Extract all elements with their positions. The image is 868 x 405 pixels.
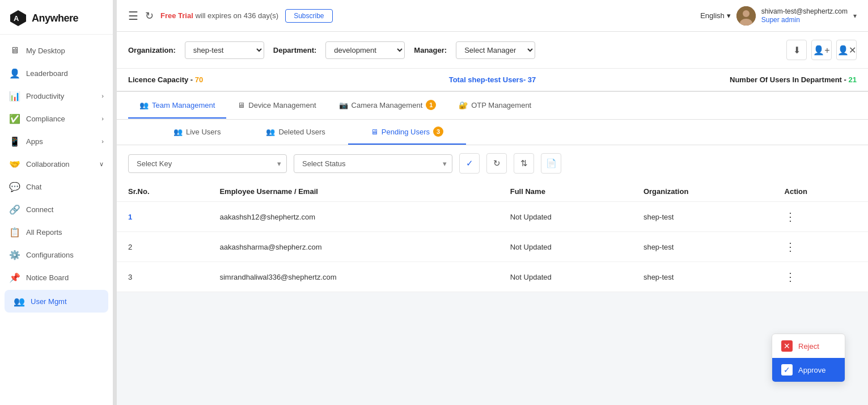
sidebar-item-all-reports[interactable]: 📋 All Reports bbox=[0, 221, 113, 243]
action-menu-button[interactable]: ⋮ bbox=[785, 271, 797, 283]
tab-device-management[interactable]: 🖥 Device Management bbox=[226, 93, 327, 119]
reset-filter-button[interactable]: ↻ bbox=[486, 153, 507, 174]
deleted-users-icon: 👥 bbox=[266, 128, 275, 136]
collaboration-icon: 🤝 bbox=[9, 158, 20, 170]
filter-bar: Organization: shep-test Department: deve… bbox=[117, 32, 868, 69]
logo-area: A Anywhere bbox=[0, 0, 113, 35]
sidebar-item-label: Productivity bbox=[26, 92, 64, 100]
key-select-wrapper: Select Key bbox=[128, 154, 287, 173]
user-dropdown-icon[interactable]: ▾ bbox=[853, 12, 857, 20]
table-row: 3 simrandhaliwal336@shephertz.com Not Up… bbox=[117, 262, 868, 292]
pending-badge: 3 bbox=[433, 126, 443, 137]
hamburger-icon[interactable]: ☰ bbox=[128, 9, 138, 23]
camera-badge: 1 bbox=[426, 100, 436, 110]
key-select[interactable]: Select Key bbox=[128, 154, 287, 173]
department-select[interactable]: development bbox=[325, 41, 405, 59]
sidebar-item-label: Notice Board bbox=[26, 273, 69, 282]
row-email: simrandhaliwal336@shephertz.com bbox=[208, 262, 498, 292]
filter-actions: ⬇ 👤+ 👤✕ bbox=[786, 40, 857, 60]
row-org: shep-test bbox=[632, 232, 773, 262]
team-mgmt-icon: 👥 bbox=[139, 101, 149, 109]
chevron-right-icon: › bbox=[101, 92, 104, 99]
chevron-right-icon: › bbox=[101, 138, 104, 145]
users-table: Sr.No. Employee Username / Email Full Na… bbox=[117, 182, 868, 292]
sidebar-item-notice-board[interactable]: 📌 Notice Board bbox=[0, 266, 113, 289]
avatar bbox=[736, 6, 756, 26]
subscribe-button[interactable]: Subscribe bbox=[285, 9, 332, 23]
sidebar-item-label: User Mgmt bbox=[31, 297, 67, 306]
row-num: 3 bbox=[128, 273, 132, 281]
organization-select[interactable]: shep-test bbox=[185, 41, 264, 59]
sidebar-item-label: All Reports bbox=[26, 228, 62, 237]
action-menu-button[interactable]: ⋮ bbox=[785, 241, 797, 253]
notice-icon: 📌 bbox=[9, 272, 20, 283]
sub-tab-live-users[interactable]: 👥 Live Users bbox=[151, 121, 243, 144]
stats-bar: Licence Capacity - 70 Total shep-test Us… bbox=[117, 69, 868, 92]
language-selector[interactable]: English ▾ bbox=[700, 11, 731, 20]
download-button[interactable]: ⬇ bbox=[786, 40, 807, 60]
sidebar-item-productivity[interactable]: 📊 Productivity › bbox=[0, 85, 113, 107]
approve-label: Approve bbox=[798, 366, 825, 374]
sidebar-item-user-mgmt[interactable]: 👥 User Mgmt bbox=[5, 290, 108, 313]
apply-filter-button[interactable]: ✓ bbox=[459, 153, 480, 174]
action-menu-button[interactable]: ⋮ bbox=[785, 210, 797, 223]
status-select[interactable]: Select Status bbox=[294, 154, 452, 173]
svg-point-3 bbox=[743, 10, 750, 17]
sidebar-nav: 🖥 My Desktop 👤 Leaderboard 📊 Productivit… bbox=[0, 35, 113, 405]
sidebar-item-label: Chat bbox=[26, 183, 41, 191]
refresh-icon[interactable]: ↻ bbox=[145, 10, 154, 22]
sub-tab-deleted-users[interactable]: 👥 Deleted Users bbox=[243, 121, 348, 144]
tab-camera-management[interactable]: 📷 Camera Management 1 bbox=[328, 92, 448, 119]
export-button[interactable]: 📄 bbox=[541, 153, 561, 174]
mgr-label: Manager: bbox=[414, 46, 447, 54]
trial-text: Free Trial will expires on 436 day(s) bbox=[160, 11, 278, 20]
row-org: shep-test bbox=[632, 262, 773, 292]
user-role: Super admin bbox=[761, 16, 848, 24]
device-mgmt-icon: 🖥 bbox=[238, 101, 245, 109]
apps-icon: 📱 bbox=[9, 136, 20, 147]
sidebar-item-collaboration[interactable]: 🤝 Collaboration ∨ bbox=[0, 153, 113, 175]
sidebar-item-my-desktop[interactable]: 🖥 My Desktop bbox=[0, 39, 113, 62]
tab-otp-management[interactable]: 🔐 OTP Management bbox=[447, 93, 543, 119]
leaderboard-icon: 👤 bbox=[9, 68, 20, 79]
sidebar-item-chat[interactable]: 💬 Chat bbox=[0, 175, 113, 198]
main-tabs: 👥 Team Management 🖥 Device Management 📷 … bbox=[117, 92, 868, 120]
sub-tab-pending-users[interactable]: 🖥 Pending Users 3 bbox=[348, 120, 466, 145]
reject-menu-item[interactable]: ✕ Reject bbox=[772, 334, 845, 358]
otp-mgmt-icon: 🔐 bbox=[459, 101, 468, 109]
sidebar-item-label: Leaderboard bbox=[26, 69, 68, 78]
action-popup-menu: ✕ Reject ✓ Approve bbox=[772, 334, 845, 382]
add-user-button[interactable]: 👤+ bbox=[811, 40, 832, 60]
sidebar-item-label: My Desktop bbox=[26, 47, 65, 55]
table-container: Sr.No. Employee Username / Email Full Na… bbox=[117, 182, 868, 292]
sidebar-item-configurations[interactable]: ⚙️ Configurations bbox=[0, 243, 113, 266]
logo-icon: A bbox=[9, 9, 27, 27]
approve-menu-item[interactable]: ✓ Approve bbox=[772, 358, 845, 382]
total-users-link[interactable]: Total shep-test Users- 37 bbox=[449, 75, 536, 84]
total-users: Total shep-test Users- 37 bbox=[371, 75, 613, 84]
row-num: 1 bbox=[128, 213, 132, 221]
chevron-right-icon: › bbox=[101, 115, 104, 122]
sidebar-item-compliance[interactable]: ✅ Compliance › bbox=[0, 107, 113, 130]
block-user-button[interactable]: 👤✕ bbox=[836, 40, 857, 60]
table-row: 2 aakashsharma@shepherz.com Not Updated … bbox=[117, 232, 868, 262]
col-org: Organization bbox=[632, 182, 773, 202]
sidebar-item-leaderboard[interactable]: 👤 Leaderboard bbox=[0, 62, 113, 85]
reject-label: Reject bbox=[798, 342, 819, 351]
svg-text:A: A bbox=[14, 14, 19, 23]
dept-users: Number Of Users In Department - 21 bbox=[614, 75, 857, 84]
sidebar: A Anywhere 🖥 My Desktop 👤 Leaderboard 📊 … bbox=[0, 0, 113, 405]
sort-button[interactable]: ⇅ bbox=[514, 153, 534, 174]
row-num: 2 bbox=[128, 243, 132, 251]
sidebar-item-connect[interactable]: 🔗 Connect bbox=[0, 198, 113, 221]
manager-select[interactable]: Select Manager bbox=[456, 41, 535, 59]
connect-icon: 🔗 bbox=[9, 204, 20, 215]
chat-icon: 💬 bbox=[9, 181, 20, 192]
col-srno: Sr.No. bbox=[117, 182, 208, 202]
sidebar-item-apps[interactable]: 📱 Apps › bbox=[0, 130, 113, 153]
dept-label: Department: bbox=[273, 46, 317, 54]
row-org: shep-test bbox=[632, 202, 773, 232]
compliance-icon: ✅ bbox=[9, 113, 20, 124]
sidebar-item-label: Apps bbox=[26, 137, 43, 146]
tab-team-management[interactable]: 👥 Team Management bbox=[128, 93, 226, 119]
